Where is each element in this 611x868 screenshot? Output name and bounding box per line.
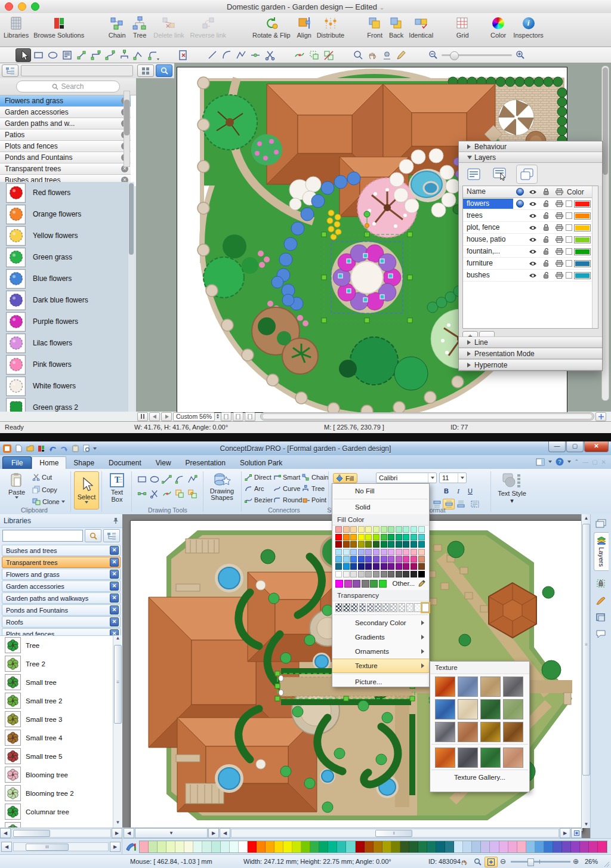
maximize-button[interactable]: ▢ bbox=[566, 441, 584, 452]
sidebar-category-flowers-and-grass[interactable]: Flowers and grass× bbox=[0, 95, 131, 107]
menu-item-no-fill[interactable]: No Fill bbox=[332, 484, 429, 498]
minimize-button[interactable]: — bbox=[548, 441, 566, 452]
strip-color-swatch[interactable] bbox=[526, 841, 535, 852]
behaviour-section-header[interactable]: Behaviour bbox=[459, 141, 602, 152]
color-swatch[interactable] bbox=[335, 549, 342, 555]
transparency-swatch-10[interactable] bbox=[414, 603, 421, 612]
layer-active-indicator[interactable] bbox=[513, 258, 526, 269]
pause-pages-button[interactable] bbox=[137, 412, 148, 421]
arc-tool[interactable] bbox=[220, 49, 234, 61]
distribute-button[interactable]: Distribute bbox=[317, 15, 344, 39]
sidebar-category-ponds-and-fountains[interactable]: Ponds and Fountains× bbox=[0, 152, 131, 163]
color-swatch[interactable] bbox=[418, 526, 425, 533]
menu-item-solid[interactable]: Solid bbox=[332, 500, 429, 514]
strip-color-swatch[interactable] bbox=[463, 841, 472, 852]
strip-color-swatch[interactable] bbox=[283, 841, 292, 852]
color-swatch[interactable] bbox=[373, 556, 379, 563]
color-swatch[interactable] bbox=[373, 563, 379, 570]
transparency-swatch-3[interactable] bbox=[359, 603, 366, 612]
font-family-select[interactable]: Calibri bbox=[376, 472, 437, 483]
strip-color-swatch[interactable] bbox=[445, 841, 454, 852]
strip-color-swatch[interactable] bbox=[553, 841, 562, 852]
layer-print-icon[interactable] bbox=[553, 258, 566, 269]
strip-color-swatch[interactable] bbox=[427, 841, 436, 852]
strip-color-swatch[interactable] bbox=[454, 841, 463, 852]
align-button[interactable]: Align bbox=[295, 15, 313, 39]
color-swatch[interactable] bbox=[358, 549, 365, 555]
sidebar-category-plots-and-fences[interactable]: Plots and fences× bbox=[0, 141, 131, 152]
strip-color-swatch[interactable] bbox=[580, 841, 589, 852]
tab-document[interactable]: Document bbox=[101, 457, 149, 469]
color-swatch[interactable] bbox=[396, 534, 402, 540]
shape-item-yellow-flowers[interactable]: Yellow flowers bbox=[0, 225, 128, 246]
texture-swatch-9[interactable] bbox=[458, 722, 478, 742]
color-button[interactable]: Color bbox=[489, 15, 507, 39]
strip-color-swatch[interactable] bbox=[212, 841, 221, 852]
underline-button[interactable]: U bbox=[464, 486, 476, 496]
shape-item-orange-flowers[interactable]: Orange flowers bbox=[0, 203, 128, 225]
strip-color-swatch[interactable] bbox=[175, 841, 184, 852]
layer-print-icon[interactable] bbox=[553, 246, 566, 257]
layer-lock-icon[interactable] bbox=[539, 210, 553, 221]
color-swatch[interactable] bbox=[388, 549, 394, 555]
color-swatch[interactable] bbox=[403, 534, 409, 540]
layer-color-chip[interactable] bbox=[574, 200, 591, 208]
sidebar-category-garden-accessories[interactable]: Garden accessories× bbox=[0, 107, 131, 118]
tree-item-small-tree-2[interactable]: Small tree 2 bbox=[0, 691, 113, 710]
layer-color-checkbox[interactable] bbox=[566, 248, 572, 255]
reverse-link-button[interactable]: Reverse link bbox=[190, 15, 227, 39]
color-swatch[interactable] bbox=[350, 571, 357, 577]
color-swatch[interactable] bbox=[335, 571, 342, 577]
fit-page-icon[interactable] bbox=[571, 828, 582, 838]
color-swatch[interactable] bbox=[381, 549, 387, 555]
callout-icon[interactable] bbox=[595, 629, 606, 638]
connector-arc-button[interactable]: Arc bbox=[245, 485, 264, 492]
layer-visibility-icon[interactable] bbox=[526, 210, 539, 221]
layer-print-icon[interactable] bbox=[553, 210, 566, 221]
texture-swatch-8[interactable] bbox=[435, 722, 455, 742]
color-swatch[interactable] bbox=[396, 563, 402, 570]
color-swatch[interactable] bbox=[335, 541, 342, 548]
library-tree-view-button[interactable] bbox=[103, 529, 120, 542]
shape-item-green-grass[interactable]: Green grass bbox=[0, 246, 128, 268]
tree-item-small-tree-4[interactable]: Small tree 4 bbox=[0, 728, 113, 747]
color-swatch[interactable] bbox=[373, 534, 379, 540]
strip-color-swatch[interactable] bbox=[310, 841, 319, 852]
recent-color-swatch[interactable] bbox=[379, 580, 387, 588]
zoom-out-icon[interactable]: ⊖ bbox=[500, 857, 506, 866]
strip-color-swatch[interactable] bbox=[266, 841, 274, 852]
drawing-tool-9[interactable] bbox=[186, 488, 198, 499]
color-swatch[interactable] bbox=[418, 571, 425, 577]
color-swatch[interactable] bbox=[365, 556, 372, 563]
shape-item-white-flowers[interactable]: White flowers bbox=[0, 375, 128, 397]
texture-swatch-4[interactable] bbox=[435, 699, 455, 719]
library-garden-paths-and-walkways[interactable]: Garden paths and walkways✕ bbox=[2, 592, 121, 604]
layer-print-icon[interactable] bbox=[553, 222, 566, 233]
layer-color-checkbox[interactable] bbox=[566, 212, 572, 219]
layer-visibility-icon[interactable] bbox=[526, 270, 539, 281]
library-transparent-trees[interactable]: Transparent trees✕ bbox=[2, 557, 121, 568]
tree-item-columnar-tree[interactable]: Columnar tree bbox=[0, 802, 113, 821]
color-swatch[interactable] bbox=[396, 549, 402, 555]
brush-icon[interactable] bbox=[595, 596, 606, 606]
color-swatch[interactable] bbox=[418, 549, 425, 555]
shape-item-red-flowers[interactable]: Red flowers bbox=[0, 182, 128, 203]
transparency-swatch-8[interactable] bbox=[399, 603, 406, 612]
strip-color-swatch[interactable] bbox=[239, 841, 248, 852]
connector-curve-button[interactable]: Curve bbox=[273, 485, 300, 492]
color-swatch[interactable] bbox=[411, 534, 417, 540]
drawing-tool-5[interactable] bbox=[136, 488, 148, 499]
strip-color-swatch[interactable] bbox=[490, 841, 499, 852]
strip-color-swatch[interactable] bbox=[248, 841, 257, 852]
italic-button[interactable]: I bbox=[452, 486, 464, 496]
tree-item-small-tree-5[interactable]: Small tree 5 bbox=[0, 747, 113, 765]
texture-swatch-10[interactable] bbox=[480, 722, 501, 742]
menu-item-ornaments[interactable]: Ornaments bbox=[332, 644, 429, 659]
color-swatch[interactable] bbox=[396, 556, 402, 563]
drawing-tool-2[interactable] bbox=[161, 474, 173, 484]
text-box-button[interactable]: T Text Box bbox=[104, 472, 129, 503]
layer-row-flowers[interactable]: flowers bbox=[463, 198, 598, 210]
strip-color-swatch[interactable] bbox=[193, 841, 202, 852]
drawing-tool-1[interactable] bbox=[149, 474, 161, 484]
library-shapes-scrollbar[interactable]: ▲ ≡ ▼ bbox=[113, 635, 122, 828]
